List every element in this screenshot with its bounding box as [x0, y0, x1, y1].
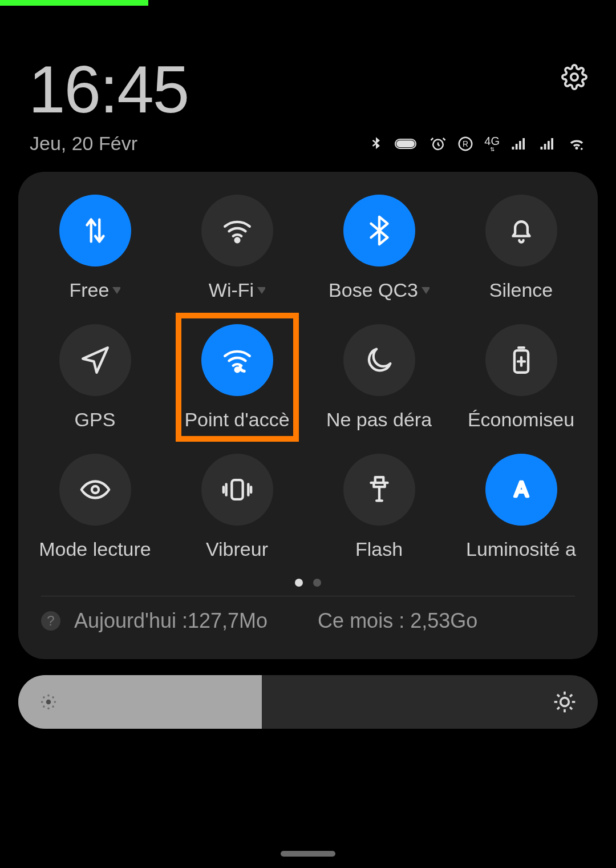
chevron-down-icon — [257, 287, 265, 294]
tile-label: Bose QC3 — [329, 279, 429, 301]
moon-icon — [343, 324, 415, 396]
tile-label: Ne pas déra — [326, 409, 432, 431]
chevron-down-icon — [112, 287, 120, 294]
location-icon — [59, 324, 131, 396]
tile-flash[interactable]: Flash — [308, 454, 450, 560]
tile-label: Silence — [489, 279, 553, 301]
svg-point-13 — [46, 700, 51, 705]
tile-label-text: Silence — [489, 279, 553, 301]
tile-label-text: GPS — [75, 409, 116, 431]
tile-wifi[interactable]: Wi-Fi — [166, 195, 308, 301]
wifi-icon — [201, 195, 273, 267]
svg-point-19 — [52, 696, 54, 699]
tile-battery[interactable]: Économiseu — [450, 324, 592, 431]
brightness-slider[interactable] — [18, 675, 598, 729]
page-dot[interactable] — [313, 579, 321, 587]
tile-mobile-data[interactable]: Free — [24, 195, 166, 301]
tile-label: Free — [70, 279, 121, 301]
svg-rect-11 — [232, 480, 242, 499]
tile-label: Mode lecture — [39, 538, 151, 560]
tile-eye[interactable]: Mode lecture — [24, 454, 166, 560]
tile-label-text: Free — [70, 279, 110, 301]
signal-2-icon — [538, 135, 557, 152]
network-type-text: 4G — [484, 135, 500, 147]
svg-point-7 — [235, 239, 239, 243]
tile-label-text: Bose QC3 — [329, 279, 418, 301]
brightness-high-icon — [552, 689, 577, 714]
tile-hotspot[interactable]: Point d'accè — [166, 324, 308, 431]
svg-point-21 — [52, 705, 54, 708]
nav-handle[interactable] — [281, 851, 335, 857]
top-green-bar — [0, 0, 148, 6]
svg-point-16 — [41, 701, 43, 703]
help-icon: ? — [41, 611, 60, 631]
svg-text:R: R — [463, 140, 468, 148]
data-month-label: Ce mois : 2,53Go — [318, 609, 477, 633]
signal-1-icon — [510, 135, 528, 152]
svg-point-18 — [43, 696, 45, 699]
svg-point-20 — [43, 705, 45, 708]
tile-label: Vibreur — [206, 538, 268, 560]
tile-label-text: Ne pas déra — [326, 409, 432, 431]
tile-label-text: Mode lecture — [39, 538, 151, 560]
subheader: Jeu, 20 Févr R 4G⇅ — [0, 128, 616, 155]
hotspot-icon — [201, 324, 273, 396]
brightness-low-icon — [39, 692, 58, 712]
bluetooth-status-icon — [368, 135, 384, 152]
tile-label-text: Vibreur — [206, 538, 268, 560]
tile-label: GPS — [75, 409, 116, 431]
mobile-data-icon — [59, 195, 131, 267]
quick-settings-panel: FreeWi-FiBose QC3SilenceGPSPoint d'accèN… — [18, 172, 598, 659]
roaming-status-icon: R — [457, 135, 474, 152]
page-indicator[interactable] — [24, 579, 592, 587]
auto-brightness-icon: A — [485, 454, 557, 526]
svg-rect-2 — [397, 141, 414, 147]
tile-label-text: Luminosité a — [466, 538, 576, 560]
data-today-label: Aujourd'hui :127,7Mo — [74, 609, 268, 633]
svg-point-8 — [235, 368, 239, 372]
tile-bell[interactable]: Silence — [450, 195, 592, 301]
tile-label: Point d'accè — [184, 409, 289, 431]
tile-bluetooth[interactable]: Bose QC3 — [308, 195, 450, 301]
chevron-down-icon — [422, 287, 429, 294]
vibrate-icon — [201, 454, 273, 526]
clock-time: 16:45 — [29, 51, 188, 128]
svg-point-17 — [54, 701, 56, 703]
svg-point-14 — [47, 695, 50, 697]
data-usage-row[interactable]: ? Aujourd'hui :127,7Mo Ce mois : 2,53Go — [24, 596, 592, 648]
tile-label: Flash — [355, 538, 403, 560]
svg-point-10 — [91, 486, 98, 493]
page-dot[interactable] — [295, 579, 303, 587]
tile-label-text: Économiseu — [468, 409, 574, 431]
flash-icon — [343, 454, 415, 526]
tile-moon[interactable]: Ne pas déra — [308, 324, 450, 431]
alarm-status-icon — [429, 135, 447, 152]
status-bar-icons: R 4G⇅ — [368, 135, 586, 152]
header: 16:45 — [0, 0, 616, 128]
wifi-status-icon — [567, 135, 586, 152]
gear-icon — [561, 64, 587, 90]
eye-icon — [59, 454, 131, 526]
bell-icon — [485, 195, 557, 267]
tile-label-text: Flash — [355, 538, 403, 560]
tile-vibrate[interactable]: Vibreur — [166, 454, 308, 560]
tile-label: Luminosité a — [466, 538, 576, 560]
tile-label: Wi-Fi — [209, 279, 265, 301]
tile-location[interactable]: GPS — [24, 324, 166, 431]
battery-pill-icon — [394, 135, 419, 152]
tile-label: Économiseu — [468, 409, 574, 431]
svg-text:A: A — [514, 478, 528, 501]
tile-label-text: Wi-Fi — [209, 279, 254, 301]
tile-label-text: Point d'accè — [184, 409, 289, 431]
settings-button[interactable] — [561, 64, 587, 90]
svg-point-22 — [561, 698, 569, 706]
date-label: Jeu, 20 Févr — [30, 132, 137, 155]
bluetooth-icon — [343, 195, 415, 267]
network-type-label: 4G⇅ — [484, 135, 500, 152]
svg-point-0 — [571, 74, 578, 80]
tiles-grid: FreeWi-FiBose QC3SilenceGPSPoint d'accèN… — [24, 195, 592, 560]
tile-auto-brightness[interactable]: ALuminosité a — [450, 454, 592, 560]
svg-point-15 — [47, 707, 50, 709]
battery-icon — [485, 324, 557, 396]
